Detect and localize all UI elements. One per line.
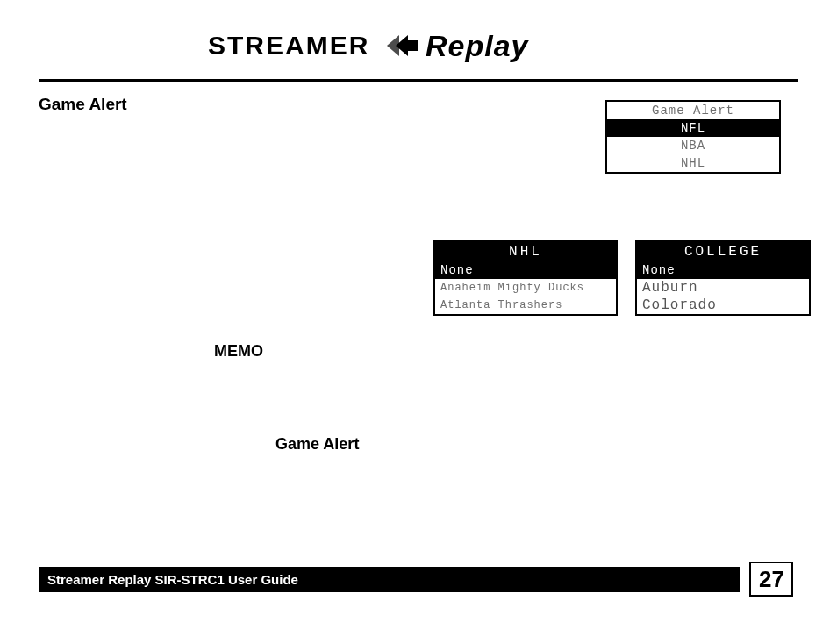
logo-left-text: STREAMER [208,31,369,60]
lcd-nhl: NHL None Anaheim Mighty Ducks Atlanta Th… [433,240,618,316]
game-alert-label: Game Alert [275,435,359,454]
header-logo: STREAMER Replay [39,28,798,67]
lcd-row[interactable]: NHL [607,154,779,172]
lcd-row[interactable]: Atlanta Thrashers [435,297,616,314]
footer: Streamer Replay SIR-STRC1 User Guide 27 [39,562,798,597]
header-divider [39,79,798,82]
lcd-title: COLLEGE [637,242,809,261]
memo-label: MEMO [214,342,263,361]
lcd-row-selected[interactable]: None [435,261,616,279]
lcd-row[interactable]: NBA [607,137,779,154]
replay-arrow-icon [387,35,418,56]
lcd-game-alert: Game Alert NFL NBA NHL [605,100,781,174]
lcd-row[interactable]: Colorado [637,297,809,314]
lcd-row-selected[interactable]: NFL [607,119,779,137]
logo-right-text: Replay [426,29,530,62]
footer-text: Streamer Replay SIR-STRC1 User Guide [39,567,740,592]
page-number: 27 [749,562,793,597]
lcd-title: Game Alert [607,102,779,119]
lcd-row[interactable]: Anaheim Mighty Ducks [435,279,616,297]
lcd-row-selected[interactable]: None [637,261,809,279]
lcd-row[interactable]: Auburn [637,279,809,297]
lcd-title: NHL [435,242,616,261]
lcd-college: COLLEGE None Auburn Colorado [635,240,811,316]
